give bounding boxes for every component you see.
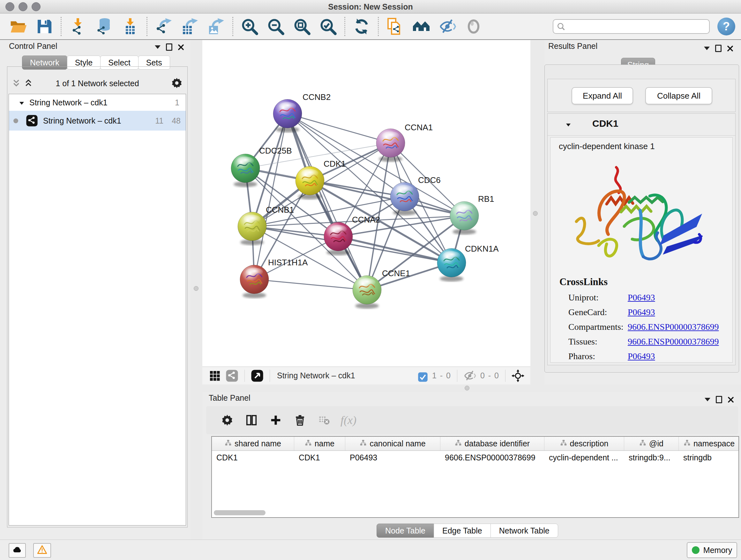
- column-header-label: canonical name: [369, 439, 425, 448]
- crosslink-value[interactable]: P06493: [628, 293, 655, 303]
- network-node-CCNE1[interactable]: [353, 275, 381, 309]
- column-type-icon: [455, 439, 462, 448]
- close-panel-icon[interactable]: [727, 45, 733, 52]
- maximize-window-button[interactable]: [31, 2, 41, 11]
- close-window-button[interactable]: [5, 2, 14, 11]
- title-bar: Session: New Session: [0, 0, 741, 13]
- collapse-panel-icon[interactable]: [155, 45, 160, 49]
- float-panel-icon[interactable]: [166, 44, 172, 51]
- open-in-cytoscape-web-button[interactable]: [386, 17, 405, 36]
- network-node-RB1[interactable]: [450, 201, 479, 235]
- save-session-button[interactable]: [35, 17, 54, 36]
- hide-graphics-details-button[interactable]: [438, 17, 457, 36]
- splitter-handle[interactable]: [533, 211, 538, 216]
- right-splitter[interactable]: [530, 40, 544, 384]
- apply-layout-button[interactable]: [352, 17, 371, 36]
- node-highlight: [330, 225, 347, 233]
- detach-view-icon[interactable]: [251, 369, 264, 382]
- column-header--id[interactable]: @id: [624, 437, 679, 450]
- expand-all-button[interactable]: Expand All: [571, 87, 633, 105]
- network-node-CDK1[interactable]: [295, 166, 324, 199]
- crosslink-value[interactable]: P06493: [628, 351, 655, 361]
- crosslink-value[interactable]: 9606.ENSP00000378699: [628, 322, 719, 332]
- crosslink-value[interactable]: P06493: [628, 307, 655, 317]
- add-column-icon[interactable]: [269, 413, 283, 427]
- float-panel-icon[interactable]: [716, 396, 722, 403]
- column-header-database-identifier[interactable]: database identifier: [441, 437, 544, 450]
- column-header-description[interactable]: description: [544, 437, 624, 450]
- network-label: String Network – cdk1: [43, 116, 121, 125]
- import-network-from-file-button[interactable]: [68, 17, 87, 36]
- collapse-panel-icon[interactable]: [704, 47, 710, 50]
- tab-node-table[interactable]: Node Table: [377, 523, 434, 538]
- grid-view-icon[interactable]: [208, 369, 221, 382]
- zoom-out-button[interactable]: [266, 17, 285, 36]
- search-input[interactable]: [569, 22, 704, 32]
- column-header-name[interactable]: name: [294, 437, 345, 450]
- network-node-HIST1H1A[interactable]: [240, 265, 269, 298]
- network-node-CDC25B[interactable]: [231, 154, 260, 187]
- import-network-from-database-button[interactable]: [94, 17, 114, 36]
- column-header-canonical-name[interactable]: canonical name: [345, 437, 441, 450]
- network-row-selected[interactable]: String Network – cdk1 11 48: [9, 111, 186, 131]
- left-splitter[interactable]: [191, 40, 202, 540]
- toolbar-separator: [378, 17, 379, 36]
- show-network-overview-button[interactable]: [412, 17, 431, 36]
- column-header-namespace[interactable]: namespace: [679, 437, 739, 450]
- zoom-selected-button[interactable]: [319, 17, 338, 36]
- network-node-CCNA1[interactable]: [376, 129, 405, 162]
- node-label: CDK1: [324, 159, 346, 169]
- close-panel-icon[interactable]: [178, 44, 184, 51]
- network-node-CDKN1A[interactable]: [437, 248, 466, 282]
- horizontal-splitter[interactable]: [202, 384, 741, 392]
- table-panel: Table Panel f(x) shared namenamecanonica…: [202, 392, 741, 540]
- float-panel-icon[interactable]: [715, 45, 722, 52]
- tab-network-table[interactable]: Network Table: [490, 523, 558, 538]
- splitter-handle[interactable]: [465, 386, 469, 390]
- minimize-window-button[interactable]: [18, 2, 27, 11]
- node-label: CCNA1: [405, 123, 433, 132]
- delete-column-icon[interactable]: [293, 413, 307, 427]
- network-collection-row[interactable]: String Network – cdk1 1: [9, 94, 186, 111]
- export-network-button[interactable]: [154, 17, 173, 36]
- network-view-icon[interactable]: [226, 369, 239, 382]
- close-panel-icon[interactable]: [728, 396, 734, 403]
- splitter-handle[interactable]: [194, 286, 199, 291]
- network-options-gear-icon[interactable]: [171, 77, 183, 89]
- toolbar-separator: [232, 17, 233, 36]
- horizontal-scrollbar[interactable]: [214, 510, 266, 515]
- warnings-button[interactable]: [33, 543, 51, 558]
- node-highlight: [456, 204, 473, 212]
- table-options-gear-icon[interactable]: [220, 413, 234, 427]
- column-header-shared-name[interactable]: shared name: [212, 437, 294, 450]
- export-image-button[interactable]: [206, 17, 226, 36]
- cloud-button[interactable]: [9, 543, 26, 558]
- selected-checkbox-icon[interactable]: [418, 371, 428, 381]
- collapse-panel-icon[interactable]: [704, 398, 711, 401]
- crosslink-value[interactable]: 9606.ENSP00000378699: [628, 336, 719, 347]
- import-table-from-file-button[interactable]: [121, 17, 140, 36]
- show-columns-icon[interactable]: [245, 413, 259, 427]
- hidden-node-edge-counts: 0 - 0: [480, 371, 499, 380]
- fit-selected-icon[interactable]: [512, 369, 524, 382]
- zoom-in-button[interactable]: [240, 17, 259, 36]
- column-type-icon: [360, 439, 367, 448]
- memory-button[interactable]: Memory: [687, 542, 737, 558]
- node-label: HIST1H1A: [268, 258, 308, 267]
- memory-status-dot: [692, 546, 699, 554]
- show-graphics-details-button[interactable]: [464, 17, 483, 36]
- zoom-fit-content-button[interactable]: [292, 17, 312, 36]
- expander-icon[interactable]: [565, 122, 571, 128]
- tab-edge-table[interactable]: Edge Table: [434, 523, 491, 538]
- help-button[interactable]: ?: [718, 17, 735, 36]
- network-canvas[interactable]: CCNB2CCNA1CDC25BCDK1CDC6RB1CCNB1CCNA2CDK…: [202, 40, 530, 367]
- collapse-all-button[interactable]: Collapse All: [645, 87, 712, 105]
- table-tabs: Node Table Edge Table Network Table: [377, 523, 558, 538]
- open-session-button[interactable]: [9, 17, 28, 36]
- export-table-button[interactable]: [180, 17, 199, 36]
- table-row[interactable]: CDK1CDK1P064939606.ENSP00000378699cyclin…: [212, 451, 738, 464]
- hidden-eye-icon[interactable]: [463, 369, 476, 382]
- expander-icon[interactable]: [18, 99, 25, 106]
- column-type-icon: [684, 439, 690, 448]
- gene-section-header[interactable]: CDK1: [548, 114, 735, 136]
